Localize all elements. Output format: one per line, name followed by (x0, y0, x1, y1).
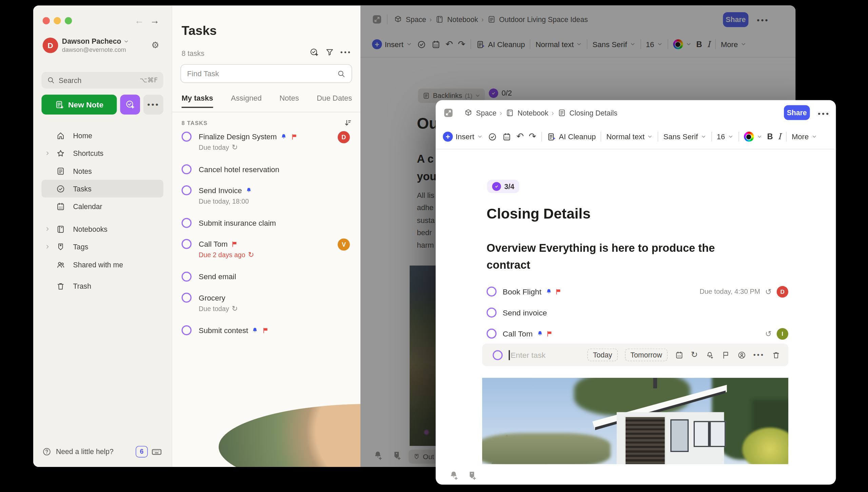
font-dropdown[interactable]: Sans Serif (664, 132, 706, 141)
task-checkbox[interactable] (182, 164, 192, 174)
share-button[interactable]: Share (784, 105, 810, 120)
task-row[interactable]: Send email (172, 266, 361, 287)
calendar-icon[interactable] (502, 132, 511, 141)
find-task-input[interactable]: Find Task (180, 64, 352, 83)
account-switcher[interactable]: D Dawson Pacheco dawson@evernote.com (43, 37, 162, 53)
sidebar-item-shared-with-me[interactable]: Shared with me (41, 255, 163, 273)
due-tomorrow-button[interactable]: Tomorrow (625, 349, 668, 362)
due-today-button[interactable]: Today (587, 349, 617, 362)
settings-gear-icon[interactable]: ⚙ (151, 40, 160, 50)
sidebar-item-notebooks[interactable]: Notebooks (41, 220, 163, 238)
task-row[interactable]: Send InvoiceDue today, 18:00 (172, 180, 361, 212)
sidebar-item-home[interactable]: Home (41, 127, 163, 144)
tab-my-tasks[interactable]: My tasks (182, 94, 213, 107)
add-task-icon[interactable] (309, 47, 319, 57)
task-checkbox[interactable] (182, 293, 192, 303)
new-task-button[interactable] (120, 95, 140, 115)
text-color-button[interactable] (744, 132, 762, 142)
filter-icon[interactable] (325, 47, 334, 57)
task-checkbox[interactable] (182, 132, 192, 142)
tab-due-dates[interactable]: Due Dates (317, 94, 352, 107)
recurrence-icon[interactable]: ↺ (765, 330, 772, 337)
tab-notes[interactable]: Notes (279, 94, 299, 107)
task-checkbox[interactable] (493, 350, 502, 360)
task-row[interactable]: Submit insurance claim (172, 212, 361, 233)
help-label[interactable]: Need a little help? (56, 447, 114, 455)
task-checkbox[interactable] (182, 185, 192, 195)
user-name: Dawson Pacheco (62, 37, 121, 45)
question-circle-icon[interactable] (42, 447, 52, 456)
task-checkbox[interactable] (487, 308, 496, 317)
note-progress-badge: 3/4 (487, 180, 519, 193)
bold-button[interactable]: B (767, 132, 773, 141)
task-row[interactable]: Finalize Design SystemDue today↻D (172, 126, 361, 159)
expand-chevron-icon[interactable] (45, 150, 50, 156)
font-size-dropdown[interactable]: 16 (717, 132, 733, 141)
sidebar-item-tasks[interactable]: Tasks (41, 180, 163, 198)
nav-back-button[interactable]: ← (135, 16, 144, 25)
task-more-icon[interactable]: ●●● (753, 352, 764, 357)
breadcrumb-space[interactable]: Space (476, 109, 496, 117)
task-checkbox[interactable] (182, 239, 192, 249)
sidebar-item-tags[interactable]: Tags (41, 238, 163, 255)
sidebar-item-trash[interactable]: Trash (41, 277, 163, 295)
ai-cleanup-button[interactable]: AI Cleanup (547, 132, 596, 141)
more-dropdown[interactable]: More (792, 132, 817, 141)
italic-button[interactable]: I (778, 132, 781, 142)
delete-task-icon[interactable] (772, 350, 781, 359)
task-checkbox[interactable] (487, 329, 496, 339)
flag-icon[interactable] (721, 350, 730, 359)
note-more-icon[interactable]: ●●● (817, 111, 830, 116)
note-image-house[interactable] (482, 378, 788, 464)
recurrence-icon[interactable]: ↺ (765, 288, 772, 295)
task-row[interactable]: Call Tom↺I (487, 323, 788, 344)
task-row[interactable]: GroceryDue today↻ (172, 287, 361, 320)
due-date-icon[interactable] (675, 350, 684, 359)
notification-count-badge[interactable]: 6 (136, 446, 148, 457)
insert-button[interactable]: + Insert (443, 132, 482, 142)
task-checkbox[interactable] (487, 287, 496, 296)
sidebar-more-button[interactable]: ●●● (143, 95, 163, 115)
task-row[interactable]: Call TomDue 2 days ago↻V (172, 233, 361, 266)
task-row[interactable]: Cancel hotel reservation (172, 159, 361, 180)
assignee-icon[interactable] (737, 350, 746, 359)
keyboard-shortcuts-icon[interactable] (151, 446, 163, 457)
sidebar-item-shortcuts[interactable]: Shortcuts (41, 144, 163, 162)
sidebar-item-notes[interactable]: Notes (41, 162, 163, 180)
task-checkbox[interactable] (182, 218, 192, 228)
breadcrumb-notebook[interactable]: Notebook (517, 109, 548, 117)
search-input[interactable]: Search ⌥⌘F (41, 72, 163, 88)
window-minimize-button[interactable] (54, 17, 61, 24)
new-note-button[interactable]: New Note (41, 95, 117, 115)
tab-assigned[interactable]: Assigned (231, 94, 262, 107)
task-check-icon[interactable] (488, 132, 497, 141)
undo-icon[interactable]: ↶ (516, 132, 524, 141)
task-checkbox[interactable] (182, 325, 192, 335)
recurrence-icon[interactable]: ↻ (691, 351, 698, 359)
task-row[interactable]: Book FlightDue today, 4:30 PM↺D (487, 281, 788, 302)
sidebar-item-label: Trash (73, 282, 91, 290)
sidebar-item-calendar[interactable]: Calendar (41, 198, 163, 215)
expand-chevron-icon[interactable] (45, 244, 50, 249)
tasks-more-icon[interactable]: ●●● (340, 50, 351, 55)
assignee-avatar[interactable]: D (338, 131, 350, 143)
expand-chevron-icon[interactable] (45, 226, 50, 232)
text-caret (509, 350, 509, 360)
redo-icon[interactable]: ↷ (529, 132, 536, 141)
assignee-avatar[interactable]: I (777, 328, 788, 339)
reminder-icon[interactable] (705, 350, 714, 359)
task-row[interactable]: Submit contest (172, 320, 361, 341)
task-checkbox[interactable] (182, 272, 192, 282)
add-reminder-icon[interactable] (448, 470, 459, 481)
nav-forward-button[interactable]: → (150, 16, 159, 25)
task-row[interactable]: Send invoice (487, 302, 788, 323)
add-tag-icon[interactable] (467, 470, 477, 481)
text-style-dropdown[interactable]: Normal text (606, 132, 653, 141)
new-task-row[interactable]: Enter task Today Tomorrow ↻ ●●● (482, 344, 788, 366)
breadcrumb-note-title[interactable]: Closing Details (569, 109, 617, 117)
expand-window-icon[interactable] (443, 108, 453, 118)
assignee-avatar[interactable]: V (338, 239, 350, 251)
window-zoom-button[interactable] (65, 17, 72, 24)
window-close-button[interactable] (43, 17, 50, 24)
assignee-avatar[interactable]: D (777, 286, 788, 297)
